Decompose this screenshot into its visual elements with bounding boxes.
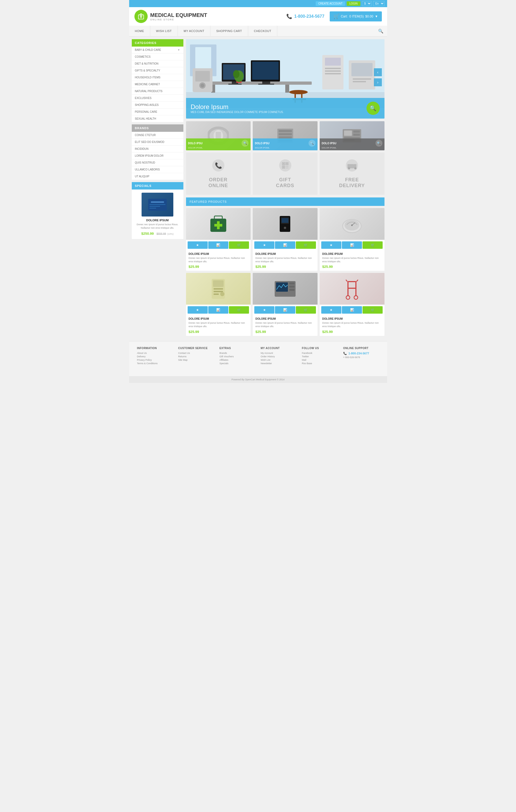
nav-checkout[interactable]: CHECKOUT: [248, 26, 278, 36]
logo-subtitle: ONLINE STORE: [150, 18, 207, 21]
addcart-button-6[interactable]: 🛒: [363, 306, 383, 314]
svg-text:📞: 📞: [215, 162, 222, 169]
service-card-giftcards[interactable]: GIFTCARDS: [253, 152, 317, 195]
nav-account[interactable]: MY ACCOUNT: [178, 26, 210, 36]
sidebar-item-diet[interactable]: DIET & NUTRITION: [132, 60, 183, 67]
nav-cart[interactable]: SHOPPING CART: [210, 26, 248, 36]
product-zoom-3[interactable]: 🔍: [375, 140, 383, 147]
footer-contact-link[interactable]: Contact Us: [178, 352, 214, 354]
compare-button-4[interactable]: 📊: [208, 306, 229, 314]
footer-privacy-link[interactable]: Privacy Policy: [137, 359, 173, 361]
footer-wishlist-link[interactable]: Wish List: [261, 359, 297, 361]
wishlist-button-3[interactable]: ★: [321, 241, 341, 249]
footer-about-link[interactable]: About Us: [137, 352, 173, 354]
sidebar-item-label: COSMETICS: [135, 55, 151, 58]
sidebar-item-household[interactable]: HOUSEHOLD ITEMS: [132, 74, 183, 81]
sidebar-brand-5[interactable]: QUIS NOSTRUD: [132, 159, 183, 166]
addcart-button-5[interactable]: 🛒: [296, 306, 316, 314]
wishlist-button-5[interactable]: ★: [254, 306, 274, 314]
hero-prev-button[interactable]: ‹: [374, 68, 382, 76]
footer-brands-link[interactable]: Brands: [219, 352, 255, 354]
sidebar-brand-3[interactable]: INCIDIDUN: [132, 146, 183, 152]
footer-giftvouchers-link[interactable]: Gift Vouchers: [219, 355, 255, 358]
addcart-button-1[interactable]: 🛒: [229, 241, 249, 249]
sidebar-item-personal[interactable]: PERSONAL CARE: [132, 109, 183, 115]
footer-myaccount-link[interactable]: My Account: [261, 352, 297, 354]
compare-button-5[interactable]: 📊: [275, 306, 295, 314]
language-select[interactable]: En: [373, 1, 385, 6]
compare-button-2[interactable]: 📊: [275, 241, 295, 249]
compare-button-1[interactable]: 📊: [208, 241, 229, 249]
sidebar-item-label: SEXUAL HEALTH: [135, 117, 156, 120]
compare-button-3[interactable]: 📊: [342, 241, 362, 249]
nav-home[interactable]: HOME: [129, 26, 150, 36]
sidebar-item-sexual[interactable]: SEXUAL HEALTH: [132, 115, 183, 122]
sidebar-brand-6[interactable]: ULLAMCO LABORIS: [132, 166, 183, 173]
featured-desc-4: Donec nec ipsum id purus luctus Risus. N…: [189, 321, 248, 328]
featured-desc-2: Donec nec ipsum id purus luctus Risus. N…: [255, 257, 315, 263]
product-sublabel-1: DOLOR IPOML: [188, 147, 249, 149]
footer-delivery-link[interactable]: Delivery: [137, 355, 173, 358]
sidebar-item-label: HOUSEHOLD ITEMS: [135, 76, 161, 79]
service-card-delivery[interactable]: FREEDELIVERY: [320, 152, 385, 195]
logo-title: MEDICAL EQUIPMENT: [150, 12, 207, 18]
wishlist-button-1[interactable]: ★: [188, 241, 208, 249]
footer-orderhistory-link[interactable]: Order History: [261, 355, 297, 358]
specials-price: $250.99: [141, 232, 154, 236]
footer-myaccount-title: MY ACCOUNT: [261, 347, 297, 350]
addcart-button-3[interactable]: 🛒: [363, 241, 383, 249]
svg-rect-5: [151, 201, 164, 203]
footer-twitter-link[interactable]: Twitter: [302, 355, 338, 358]
cart-total: $0.00: [365, 14, 373, 18]
footer-rss-link[interactable]: Rss Base: [302, 362, 338, 365]
sidebar-item-medicine[interactable]: MEDICINE CABINET: [132, 81, 183, 88]
sidebar-brand-1[interactable]: CONSE CTETUR: [132, 132, 183, 139]
footer-affiliates-link[interactable]: Affiliates: [219, 359, 255, 361]
login-button[interactable]: LOGIN: [347, 1, 360, 6]
wishlist-button-2[interactable]: ★: [254, 241, 274, 249]
sidebar-brand-4[interactable]: LOREM IPSUM DOLOR: [132, 152, 183, 159]
sidebar-item-baby[interactable]: BABY & CHILD CARE ▼: [132, 47, 183, 54]
sidebar-item-shopping[interactable]: SHOPPING AISLES: [132, 102, 183, 109]
footer-specials-link[interactable]: Specials: [219, 362, 255, 365]
nav-wishlist[interactable]: WISH LIST: [150, 26, 178, 36]
footer-phone-number-1: 1-800-234-5677: [348, 352, 369, 355]
addcart-button-2[interactable]: 🛒: [296, 241, 316, 249]
sidebar-brand-2[interactable]: ELIT SED DO EIUSMOD: [132, 139, 183, 146]
currency-select[interactable]: $: [362, 1, 371, 6]
featured-image-6: [320, 273, 385, 304]
product-zoom-2[interactable]: 🔍: [308, 140, 315, 147]
product-card-3: DOLO IPSU 🔍 DOLOR IPOML: [320, 121, 385, 150]
hero-search-button[interactable]: 🔍: [366, 102, 380, 115]
sidebar-item-cosmetics[interactable]: COSMETICS: [132, 54, 183, 60]
sidebar-item-gifts[interactable]: GIFTS & SPECIALTY: [132, 67, 183, 74]
sidebar-brand-7[interactable]: UT ALIQUIP: [132, 173, 183, 180]
svg-rect-56: [353, 134, 360, 136]
svg-line-108: [357, 280, 358, 282]
featured-actions-2: ★ 📊 🛒: [253, 240, 317, 250]
service-card-order[interactable]: 📞 ORDERONLINE: [186, 152, 251, 195]
wishlist-button-4[interactable]: ★: [188, 306, 208, 314]
create-account-button[interactable]: CREATE ACCOUNT: [316, 1, 345, 6]
addcart-button-4[interactable]: 🛒: [229, 306, 249, 314]
footer-newsletter-link[interactable]: Newsletter: [261, 362, 297, 365]
sidebar-item-exclusives[interactable]: EXCLUSIVES: [132, 95, 183, 102]
svg-rect-80: [214, 224, 222, 227]
footer-returns-link[interactable]: Returns: [178, 355, 214, 358]
main-content: CATEGORIES BABY & CHILD CARE ▼ COSMETICS…: [129, 36, 387, 339]
hero-next-button[interactable]: ›: [374, 78, 382, 86]
footer-mail-link[interactable]: Mail: [302, 359, 338, 361]
search-icon[interactable]: 🔍: [374, 26, 387, 36]
wishlist-button-6[interactable]: ★: [321, 306, 341, 314]
hero-bottom-bar: Dolore Ipsum MES CUML DIA SED INENIASING…: [186, 98, 385, 119]
cart-button[interactable]: 🛒 Cart: 0 ITEM(S) $0.00 ▼: [330, 11, 382, 22]
footer-terms-link[interactable]: Terms & Conditions: [137, 362, 173, 365]
footer-sitemap-link[interactable]: Site Map: [178, 359, 214, 361]
sidebar-item-natural[interactable]: NATURAL PRODUCTS: [132, 88, 183, 95]
footer-facebook-link[interactable]: Facebook: [302, 352, 338, 354]
product-zoom-1[interactable]: 🔍: [242, 140, 248, 147]
svg-rect-66: [286, 163, 287, 164]
logo-area[interactable]: MEDICAL EQUIPMENT ONLINE STORE: [134, 10, 207, 23]
svg-point-105: [346, 296, 350, 299]
compare-button-6[interactable]: 📊: [342, 306, 362, 314]
